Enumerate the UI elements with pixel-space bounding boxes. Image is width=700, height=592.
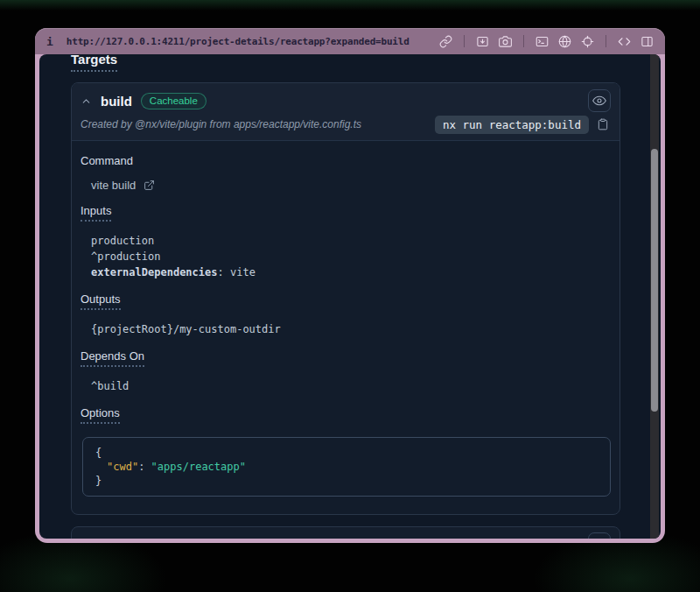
globe-icon[interactable] [558,35,571,48]
code-line: } [95,474,598,488]
screenshot-root: { "browser": { "info_icon": "i", "url": … [0,0,700,592]
section-label-command: Command [80,154,611,167]
link-icon[interactable] [439,35,452,48]
external-link-icon[interactable] [144,180,155,191]
browser-toolbar: i http://127.0.0.1:4211/project-details/… [35,28,665,54]
target-card-serve[interactable]: serve vite serve [71,526,620,539]
eye-icon [592,537,606,539]
section-label-inputs: Inputs [80,204,611,222]
depends-on-section: Depends On ^build [80,349,611,394]
crosshair-icon[interactable] [581,35,594,48]
toolbar-separator [523,35,524,47]
options-section: Options { "cwd": "apps/reactapp" } [80,406,611,497]
view-in-graph-button[interactable] [588,532,611,539]
target-name: build [101,94,132,109]
target-command-preview: vite serve [143,538,187,539]
chevron-down-icon[interactable] [80,539,92,539]
scrollbar-thumb[interactable] [651,149,658,412]
download-icon[interactable] [476,35,489,48]
chevron-up-icon[interactable] [80,95,92,107]
command-value: vite build [91,179,611,192]
view-in-graph-button[interactable] [588,89,611,112]
page-title: Targets [71,54,620,72]
background-glow-top [0,0,700,11]
output-item: {projectRoot}/my-custom-outdir [91,321,611,337]
build-header-toggle[interactable]: build Cacheable [80,89,611,112]
split-panel-icon[interactable] [640,35,654,48]
terminal-icon[interactable] [536,35,549,48]
copy-icon[interactable] [597,118,609,130]
build-card-body: Command vite build Inputs [72,141,620,514]
build-header-subrow: Created by @nx/vite/plugin from apps/rea… [80,116,611,133]
project-details-page: Targets build Cacheable [39,54,661,539]
page-viewport: Targets build Cacheable [39,54,661,539]
options-code-block: { "cwd": "apps/reactapp" } [82,437,611,497]
section-label-options: Options [80,406,611,424]
cacheable-badge: Cacheable [141,93,206,109]
code-line: { [95,446,598,460]
target-card-build: build Cacheable Created by @nx/vite/plug… [71,82,620,515]
toolbar-separator [464,35,465,47]
run-command-chip: nx run reactapp:build [435,116,589,134]
section-label-depends-on: Depends On [80,349,611,367]
browser-window: i http://127.0.0.1:4211/project-details/… [35,28,665,543]
section-label-outputs: Outputs [80,292,611,310]
depends-on-list: ^build [91,378,611,394]
command-section: Command vite build [80,154,611,192]
depends-on-item: ^build [91,378,611,394]
target-name: serve [101,537,133,539]
outputs-section: Outputs {projectRoot}/my-custom-outdir [80,292,611,337]
toolbar-separator [606,35,606,47]
url-bar[interactable]: http://127.0.0.1:4211/project-details/re… [66,36,410,47]
toolbar-icon-group [439,35,654,48]
code-line: "cwd": "apps/reactapp" [95,460,598,474]
info-icon[interactable]: i [46,35,53,48]
eye-icon [592,94,606,108]
inputs-section: Inputs production ^production externalDe… [80,204,611,280]
camera-icon[interactable] [499,35,512,48]
input-item: production [91,233,611,249]
scrollbar-track[interactable] [650,54,659,539]
created-by-note: Created by @nx/vite/plugin from apps/rea… [80,118,361,130]
outputs-list: {projectRoot}/my-custom-outdir [91,321,611,337]
inputs-list: production ^production externalDependenc… [91,233,611,280]
input-item: ^production [91,249,611,264]
build-card-header: build Cacheable Created by @nx/vite/plug… [72,83,620,141]
code-brackets-icon[interactable] [618,35,631,48]
input-item-named: externalDependencies: vite [91,264,611,280]
